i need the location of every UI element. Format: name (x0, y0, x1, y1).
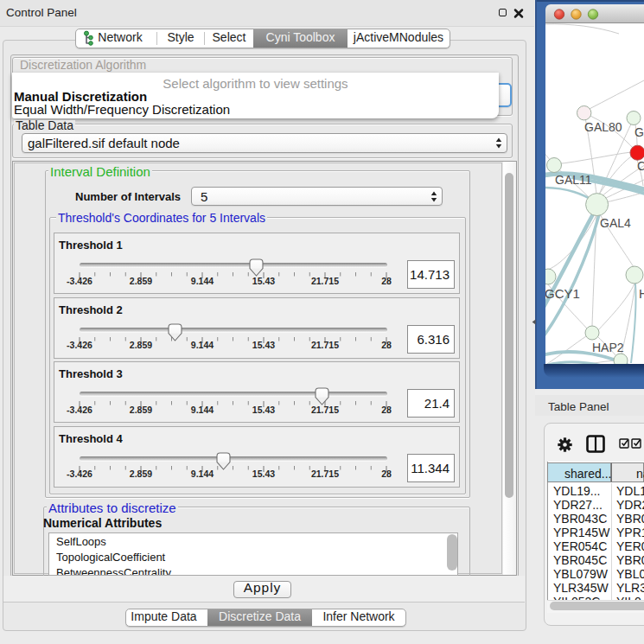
svg-text:GCY1: GCY1 (545, 286, 580, 301)
svg-text:HAP2: HAP2 (592, 341, 624, 354)
svg-text:H: H (639, 286, 644, 301)
svg-text:C: C (637, 159, 644, 173)
svg-text:GAL4: GAL4 (600, 216, 631, 230)
svg-text:GAL80: GAL80 (584, 120, 622, 134)
svg-text:GAL11: GAL11 (555, 173, 592, 187)
svg-text:GA: GA (634, 125, 644, 139)
